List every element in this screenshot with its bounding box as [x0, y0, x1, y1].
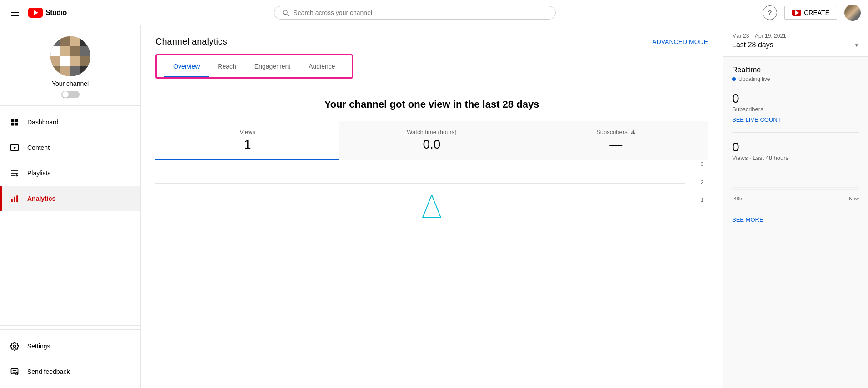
page-header: Channel analytics ADVANCED MODE: [155, 36, 708, 47]
svg-rect-19: [70, 66, 80, 76]
analytics-icon: [9, 193, 20, 204]
svg-line-3: [287, 14, 289, 16]
time-end: Now: [849, 196, 859, 201]
sidebar-item-feedback[interactable]: ! Send feedback: [0, 359, 140, 384]
svg-rect-17: [50, 66, 60, 76]
chart-y-label-2: 2: [701, 179, 703, 185]
svg-marker-30: [16, 174, 18, 177]
main-layout: Your channel Dashboard: [0, 25, 868, 388]
watchtime-value: 0.0: [350, 137, 513, 152]
svg-rect-16: [80, 56, 90, 66]
chart-y-label-3: 3: [701, 161, 703, 167]
realtime-title: Realtime: [732, 66, 859, 74]
menu-button[interactable]: [7, 6, 23, 20]
svg-rect-6: [60, 36, 70, 46]
sidebar-item-settings[interactable]: Settings: [0, 333, 140, 359]
svg-rect-22: [15, 119, 18, 122]
create-label: CREATE: [804, 9, 829, 16]
create-button[interactable]: CREATE: [784, 6, 837, 20]
sidebar-label-feedback: Send feedback: [27, 368, 70, 375]
views-value: 1: [166, 137, 329, 152]
svg-rect-33: [16, 195, 18, 202]
time-start: -48h: [732, 196, 742, 201]
svg-point-2: [283, 10, 287, 14]
updating-live: Updating live: [732, 76, 859, 82]
date-range-select[interactable]: Last 28 days ▼: [732, 41, 859, 49]
svg-rect-32: [14, 197, 15, 202]
sidebar-item-playlists[interactable]: Playlists: [0, 160, 140, 186]
advanced-mode-link[interactable]: ADVANCED MODE: [652, 38, 708, 45]
svg-rect-21: [11, 119, 15, 122]
sidebar-item-dashboard[interactable]: Dashboard: [0, 109, 140, 135]
svg-rect-14: [60, 56, 70, 66]
channel-summary: Your channel got one view in the last 28…: [155, 99, 708, 110]
svg-rect-10: [60, 46, 70, 56]
youtube-logo-icon: [28, 8, 43, 18]
svg-marker-26: [14, 147, 16, 149]
tab-overview[interactable]: Overview: [164, 55, 209, 77]
header-right: ? CREATE: [763, 5, 861, 21]
chart-area: 3 2 1: [155, 160, 708, 233]
svg-rect-7: [70, 36, 80, 46]
realtime-views: 0 Views · Last 48 hours: [732, 140, 859, 161]
svg-rect-23: [11, 123, 15, 126]
sidebar-label-dashboard: Dashboard: [27, 119, 59, 126]
sidebar-label-settings: Settings: [27, 343, 50, 350]
time-axis: -48h Now: [732, 196, 859, 201]
see-more-link[interactable]: SEE MORE: [732, 216, 859, 223]
see-live-count-link[interactable]: SEE LIVE COUNT: [732, 116, 859, 123]
metric-tab-subscribers[interactable]: Subscribers —: [524, 121, 708, 160]
sidebar-item-content[interactable]: Content: [0, 135, 140, 160]
tab-reach[interactable]: Reach: [209, 55, 245, 77]
svg-rect-12: [80, 46, 90, 56]
svg-rect-15: [70, 56, 80, 66]
playlists-icon: [9, 168, 20, 179]
svg-rect-18: [60, 66, 70, 76]
svg-text:!: !: [16, 373, 17, 375]
realtime-divider-2: [732, 209, 859, 209]
logo[interactable]: Studio: [28, 8, 67, 18]
avatar[interactable]: [844, 5, 861, 21]
search-input[interactable]: [294, 9, 548, 16]
svg-rect-8: [80, 36, 90, 46]
live-dot-icon: [732, 77, 736, 81]
content-icon: [9, 142, 20, 153]
sidebar-divider: [0, 325, 140, 326]
date-range-value: Last 28 days: [732, 41, 773, 49]
search-icon: [282, 9, 289, 16]
tab-audience[interactable]: Audience: [299, 55, 344, 77]
channel-name: Your channel: [52, 80, 89, 87]
channel-switch[interactable]: [61, 91, 80, 98]
help-button[interactable]: ?: [763, 5, 777, 20]
date-range-section: Mar 23 – Apr 19, 2021 Last 28 days ▼: [723, 25, 868, 57]
subscribers-value: —: [535, 137, 697, 152]
page-title: Channel analytics: [155, 36, 227, 47]
metric-tab-views[interactable]: Views 1: [155, 121, 339, 160]
sidebar-item-analytics[interactable]: Analytics: [0, 186, 140, 211]
realtime-subscribers-count: 0: [732, 91, 859, 106]
search-container: [67, 6, 763, 20]
sidebar-label-content: Content: [27, 144, 50, 151]
sidebar-label-analytics: Analytics: [27, 195, 55, 202]
channel-avatar[interactable]: [50, 36, 90, 76]
chart-spike: [418, 195, 445, 218]
settings-icon: [9, 341, 20, 352]
realtime-views-count: 0: [732, 140, 859, 154]
mini-chart: [732, 165, 859, 192]
svg-rect-9: [50, 46, 60, 56]
create-icon: [792, 10, 801, 16]
metrics-tabs: Views 1 Watch time (hours) 0.0 Subscribe…: [155, 121, 708, 160]
studio-label: Studio: [45, 9, 67, 17]
svg-rect-31: [11, 199, 13, 202]
metric-tab-watchtime[interactable]: Watch time (hours) 0.0: [339, 121, 524, 160]
chart-y-label-1: 1: [701, 197, 703, 203]
content-area: Channel analytics ADVANCED MODE Overview…: [141, 25, 723, 388]
realtime-subscribers: 0 Subscribers: [732, 91, 859, 113]
svg-rect-24: [15, 123, 18, 126]
realtime-divider: [732, 132, 859, 133]
svg-point-34: [14, 345, 16, 348]
sidebar-bottom: Settings ! Send feedback: [0, 329, 140, 388]
tab-engagement[interactable]: Engagement: [245, 55, 299, 77]
svg-marker-40: [423, 195, 441, 218]
realtime-views-label: Views · Last 48 hours: [732, 154, 859, 161]
